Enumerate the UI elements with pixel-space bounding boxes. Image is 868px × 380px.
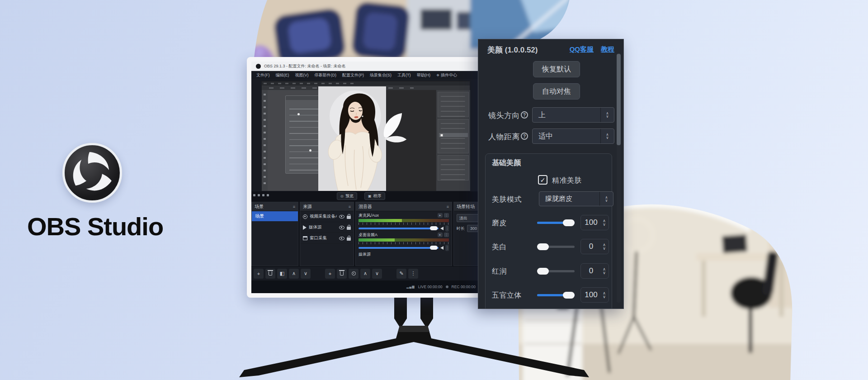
lens-direction-select[interactable]: 上 ∧∨ <box>532 107 614 123</box>
scenes-dock: 场景 ≡ 场景 <box>251 202 298 266</box>
precise-skin-checkbox[interactable]: ✓ <box>538 175 547 185</box>
audio-meter <box>359 238 449 242</box>
person-distance-select[interactable]: 适中 ∧∨ <box>532 128 614 144</box>
scene-down-button[interactable]: ∨ <box>301 269 311 279</box>
dock-menu-icon[interactable]: ≡ <box>349 204 351 209</box>
meter-ticks <box>359 223 449 225</box>
face-3d-slider[interactable] <box>537 294 575 296</box>
source-up-button[interactable]: ∧ <box>360 269 370 279</box>
whitening-value[interactable]: 0 ∧∨ <box>580 239 609 254</box>
volume-icon[interactable]: ▸ <box>438 233 443 237</box>
scenes-dock-title: 场景 ≡ <box>252 202 298 211</box>
scene-filters-button[interactable]: ◧ <box>277 269 287 279</box>
restore-default-button[interactable]: 恢复默认 <box>533 61 580 77</box>
speaker-icon[interactable] <box>440 246 443 250</box>
menu-help[interactable]: 帮助(H) <box>417 72 431 78</box>
spinner-arrows-icon[interactable]: ∧∨ <box>600 129 614 143</box>
skin-mode-select[interactable]: 朦胧磨皮 ∧∨ <box>539 191 613 206</box>
smoothing-value[interactable]: 100 ∧∨ <box>580 215 609 230</box>
precise-skin-label: 精准美肤 <box>552 176 582 185</box>
menu-profile[interactable]: 配置文件(P) <box>342 72 364 78</box>
rosy-slider[interactable] <box>537 270 575 272</box>
obs-titlebar-icon <box>256 64 261 69</box>
mixer-edit-button[interactable]: ✎ <box>396 269 406 279</box>
slider-thumb[interactable] <box>537 268 549 275</box>
add-source-button[interactable]: + <box>325 269 335 279</box>
volume-slider[interactable] <box>359 228 439 229</box>
autofocus-button[interactable]: 自动对焦 <box>533 83 580 100</box>
menu-docks[interactable]: 停靠部件(D) <box>315 72 337 78</box>
add-scene-button[interactable]: + <box>254 269 264 279</box>
slider-thumb[interactable] <box>563 219 575 226</box>
scrollbar-thumb[interactable] <box>617 54 621 145</box>
desktop-wallpaper: OBS Studio OBS 29.1.3 - 配置文件: 未命名 - 场景: … <box>0 0 868 380</box>
meter-ticks <box>359 242 449 244</box>
mixer-channel-label: 桌面音频A <box>359 232 377 238</box>
channel-menu-icon[interactable]: ⋮ <box>444 233 449 237</box>
face-3d-label: 五官立体 <box>492 291 522 300</box>
spinner-arrows-icon[interactable]: ∧∨ <box>601 219 609 226</box>
scene-up-button[interactable]: ∧ <box>289 269 299 279</box>
menu-file[interactable]: 文件(F) <box>256 72 270 78</box>
rosy-value[interactable]: 0 ∧∨ <box>580 263 609 279</box>
tutorial-link[interactable]: 教程 <box>601 45 614 54</box>
qq-support-link[interactable]: QQ客服 <box>570 45 594 54</box>
dock-menu-icon[interactable]: ≡ <box>293 204 295 209</box>
source-down-button[interactable]: ∨ <box>372 269 382 279</box>
visibility-eye-icon[interactable] <box>339 215 344 218</box>
menu-scene-collection[interactable]: 场景集合(S) <box>370 72 392 78</box>
source-item[interactable]: 媒体源 <box>300 222 354 233</box>
slider-thumb[interactable] <box>563 292 575 299</box>
volume-slider[interactable] <box>359 247 439 249</box>
preview-chip[interactable]: ◎ 预览 <box>337 192 357 200</box>
program-chip[interactable]: ▣ 程序 <box>364 192 385 200</box>
lock-icon[interactable] <box>347 238 351 241</box>
face-3d-value[interactable]: 100 ∧∨ <box>580 287 609 303</box>
channel-menu-icon[interactable]: ⋮ <box>444 213 449 218</box>
spinner-arrows-icon[interactable]: ∧∨ <box>600 108 614 122</box>
mixer-channel-label: 麦克风/Aux <box>359 213 379 218</box>
window-icon <box>303 236 307 240</box>
lock-icon[interactable] <box>347 227 351 230</box>
ps-panel-layers <box>438 119 469 153</box>
pin-icon: ◎ <box>340 194 344 198</box>
menu-view[interactable]: 视图(V) <box>295 72 309 78</box>
sources-dock-title: 来源 ≡ <box>300 202 354 211</box>
panel-scrollbar[interactable] <box>617 53 621 303</box>
spinner-arrows-icon[interactable]: ∧∨ <box>601 243 609 250</box>
whitening-slider[interactable] <box>537 246 575 248</box>
ps-layer-swatch <box>440 134 443 137</box>
ps-selected-layer <box>439 133 468 137</box>
source-item[interactable]: 窗口采集 <box>300 233 354 244</box>
rosy-label: 红润 <box>492 267 507 276</box>
visibility-eye-icon[interactable] <box>339 237 344 240</box>
spinner-arrows-icon[interactable]: ∧∨ <box>601 291 609 299</box>
menu-plugin-center[interactable]: ❖ 插件中心 <box>436 72 457 78</box>
scene-item-selected[interactable]: 场景 <box>252 211 298 221</box>
speaker-icon[interactable] <box>440 227 443 230</box>
whitening-label: 美白 <box>492 242 507 252</box>
mixer-channel: 麦克风/Aux ▸⋮ ⋮ <box>356 211 452 231</box>
help-icon[interactable]: ? <box>521 133 528 140</box>
menu-edit[interactable]: 编辑(E) <box>276 72 289 78</box>
skin-mode-label: 美肤模式 <box>492 195 522 204</box>
group-title: 基础美颜 <box>492 158 521 168</box>
menu-tools[interactable]: 工具(T) <box>397 72 411 78</box>
lock-icon[interactable] <box>347 216 351 219</box>
help-icon[interactable]: ? <box>521 111 528 119</box>
slider-thumb[interactable] <box>537 243 549 250</box>
visibility-eye-icon[interactable] <box>339 226 344 229</box>
volume-icon[interactable]: ▸ <box>438 213 443 218</box>
source-properties-button[interactable] <box>349 269 359 279</box>
spinner-arrows-icon[interactable]: ∧∨ <box>599 192 613 206</box>
remove-source-button[interactable] <box>337 269 347 279</box>
spinner-arrows-icon[interactable]: ∧∨ <box>601 267 609 275</box>
mixer-channel: 桌面音频A ▸⋮ ⋮ <box>356 231 452 250</box>
mixer-options-button[interactable]: ⋮ <box>408 269 418 279</box>
remove-scene-button[interactable] <box>265 269 275 279</box>
smoothing-slider[interactable] <box>537 222 575 224</box>
beauty-filter-panel: 美颜 (1.0.0.52) QQ客服 教程 恢复默认 自动对焦 镜头方向 ? 上… <box>478 39 624 309</box>
source-item[interactable]: 视频采集设备A <box>300 211 354 222</box>
audio-meter <box>359 219 449 222</box>
dock-menu-icon[interactable]: ≡ <box>447 204 449 209</box>
